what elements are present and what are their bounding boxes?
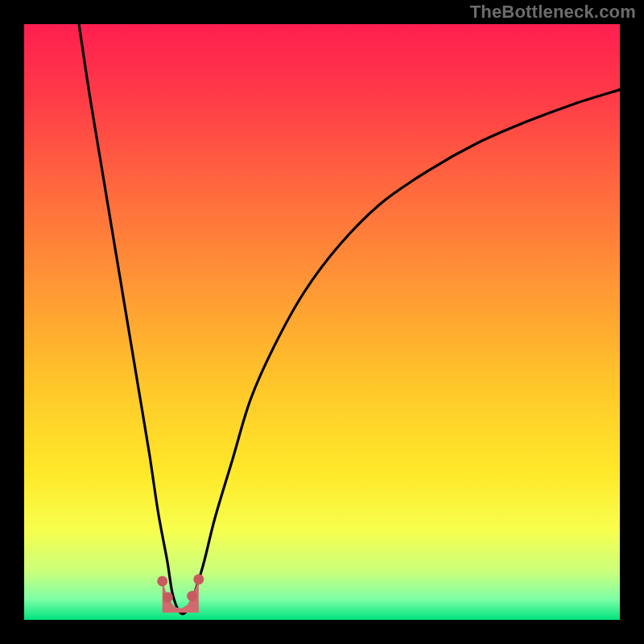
trough-overlay-dot (157, 576, 167, 586)
trough-overlay-dot (193, 574, 204, 584)
trough-overlay-dot (163, 592, 173, 602)
watermark-text: TheBottleneck.com (470, 2, 636, 23)
chart-canvas (0, 0, 644, 644)
gradient-background (24, 24, 620, 620)
trough-overlay-dot (187, 591, 197, 601)
chart-stage: TheBottleneck.com (0, 0, 644, 644)
